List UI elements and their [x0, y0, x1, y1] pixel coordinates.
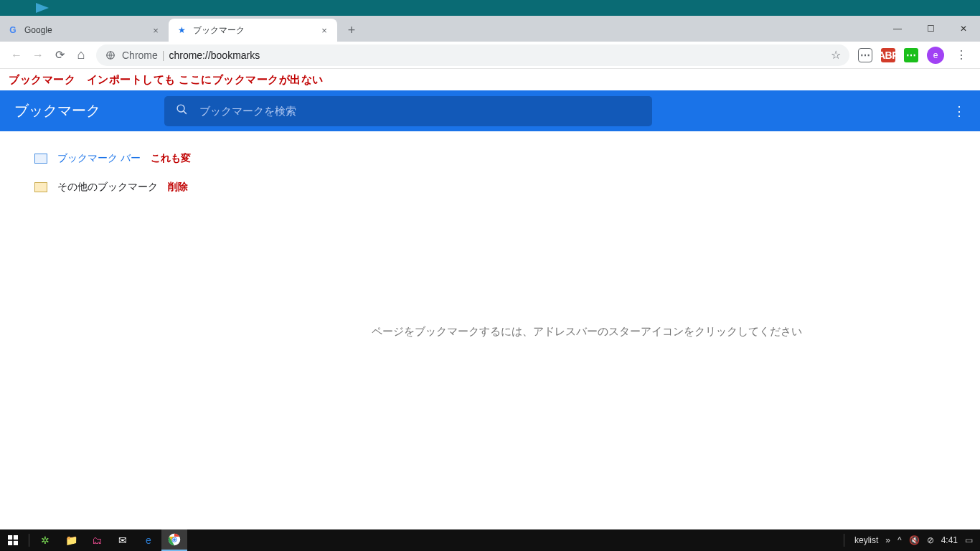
tray-clock[interactable]: 4:41: [941, 535, 958, 545]
window-controls: — ☐ ✕: [881, 16, 980, 42]
bookmarks-menu-button[interactable]: ⋮: [953, 103, 966, 119]
tray-volume-icon[interactable]: 🔇: [909, 535, 920, 545]
folder-icon: [34, 182, 47, 192]
tab-strip: G Google × ★ ブックマーク × + — ☐ ✕: [0, 16, 980, 42]
folder-icon: [34, 154, 47, 164]
desktop-flag-icon: [36, 3, 49, 13]
sidebar-item-bookmark-bar[interactable]: ブックマーク バー これも変: [0, 144, 194, 173]
start-button[interactable]: [0, 529, 26, 551]
tray-chevron-up-icon[interactable]: ^: [897, 535, 902, 545]
site-info-icon[interactable]: [105, 50, 116, 61]
tab-bookmarks[interactable]: ★ ブックマーク ×: [169, 19, 337, 42]
taskbar-edge[interactable]: e: [136, 529, 161, 551]
tray-keylist[interactable]: keylist: [854, 535, 878, 545]
taskbar-app-2[interactable]: 📁: [58, 529, 84, 551]
google-favicon-icon: G: [7, 24, 19, 36]
bookmarks-header: ブックマーク ⋮: [0, 90, 980, 131]
abp-extension-icon[interactable]: ABP: [881, 48, 895, 62]
bookmarks-search-input[interactable]: [199, 105, 641, 117]
profile-avatar[interactable]: e: [927, 47, 944, 64]
omnibox-path: chrome://bookmarks: [169, 50, 260, 61]
window-maximize-button[interactable]: ☐: [914, 16, 947, 42]
address-bar[interactable]: Chrome | chrome://bookmarks ☆: [96, 44, 849, 66]
reload-button[interactable]: ⟳: [49, 44, 70, 66]
svg-rect-6: [14, 541, 18, 545]
taskbar-separator: [29, 534, 29, 547]
browser-toolbar: ← → ⟳ ⌂ Chrome | chrome://bookmarks ☆ ⋯ …: [0, 42, 980, 69]
sidebar-item-label: その他のブックマーク: [57, 181, 158, 194]
svg-line-2: [184, 110, 187, 113]
taskbar-mail[interactable]: ✉: [110, 529, 136, 551]
annotation-note: 削除: [168, 181, 188, 194]
home-button[interactable]: ⌂: [70, 44, 92, 66]
windows-taskbar: ✲ 📁 🗂 ✉ e keylist » ^ 🔇 ⊘ 4:41 ▭: [0, 529, 980, 551]
bookmarks-search[interactable]: [164, 96, 652, 126]
new-tab-button[interactable]: +: [341, 20, 362, 40]
taskbar-app-3[interactable]: 🗂: [84, 529, 110, 551]
window-close-button[interactable]: ✕: [947, 16, 980, 42]
star-favicon-icon: ★: [176, 24, 187, 36]
bookmarks-body: ブックマーク バー これも変 その他のブックマーク 削除 ページをブックマークす…: [0, 131, 980, 529]
bookmark-star-button[interactable]: ☆: [831, 48, 841, 62]
search-icon: [176, 103, 188, 119]
tab-title: Google: [24, 25, 150, 35]
taskbar-app-1[interactable]: ✲: [32, 529, 58, 551]
annotation-note: これも変: [151, 152, 191, 165]
tray-ime-icon[interactable]: »: [885, 535, 890, 545]
svg-point-1: [177, 105, 184, 112]
annotation-top: ブックマーク インポートしても ここにブックマークが出ない: [0, 69, 980, 90]
svg-point-11: [173, 538, 176, 541]
sidebar-item-label: ブックマーク バー: [57, 152, 141, 165]
taskbar-chrome[interactable]: [161, 529, 187, 551]
system-tray: keylist » ^ 🔇 ⊘ 4:41 ▭: [841, 534, 980, 547]
tab-close-button[interactable]: ×: [319, 24, 330, 36]
taskbar-separator: [844, 534, 844, 547]
extension-icons: ⋯ ABP ⋯ e ⋮: [854, 47, 974, 64]
omnibox-sep: |: [162, 50, 165, 61]
lastpass-extension-icon[interactable]: ⋯: [904, 48, 918, 62]
chrome-menu-button[interactable]: ⋮: [953, 48, 970, 62]
tab-close-button[interactable]: ×: [150, 24, 161, 36]
svg-rect-3: [8, 535, 12, 540]
chrome-window: G Google × ★ ブックマーク × + — ☐ ✕ ← → ⟳ ⌂ Ch…: [0, 16, 980, 529]
bookmarks-title: ブックマーク: [14, 101, 100, 121]
desktop-top-strip: [0, 0, 980, 16]
svg-rect-5: [8, 541, 12, 545]
bookmarks-empty-message: ページをブックマークするには、アドレスバーのスターアイコンをクリックしてください: [372, 325, 802, 339]
tab-google[interactable]: G Google ×: [0, 19, 169, 42]
line-extension-icon[interactable]: ⋯: [858, 48, 872, 62]
svg-rect-4: [14, 535, 18, 540]
bookmarks-sidebar: ブックマーク バー これも変 その他のブックマーク 削除: [0, 131, 194, 529]
tray-action-center-icon[interactable]: ▭: [965, 535, 973, 545]
back-button[interactable]: ←: [6, 44, 27, 66]
tab-title: ブックマーク: [193, 24, 319, 37]
bookmarks-main: ページをブックマークするには、アドレスバーのスターアイコンをクリックしてください: [194, 131, 980, 529]
omnibox-origin: Chrome: [122, 50, 158, 61]
tray-network-icon[interactable]: ⊘: [927, 535, 934, 545]
sidebar-item-other-bookmarks[interactable]: その他のブックマーク 削除: [0, 173, 194, 202]
forward-button[interactable]: →: [27, 44, 49, 66]
window-minimize-button[interactable]: —: [881, 16, 914, 42]
